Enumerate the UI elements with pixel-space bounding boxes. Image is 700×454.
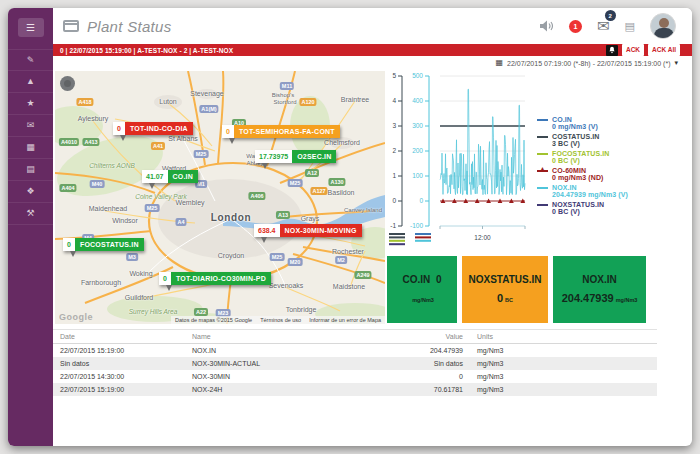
- map-terms-link[interactable]: Términos de uso: [260, 317, 301, 323]
- bc-axis-series-toggle[interactable]: [389, 233, 405, 245]
- sidebar-item-dashboards[interactable]: ▦: [8, 137, 53, 159]
- left-axis-label: 4: [392, 97, 396, 104]
- left-axis-label: 2: [392, 147, 396, 154]
- left-axis-label: 3: [392, 122, 396, 129]
- menu-icon[interactable]: ☰: [18, 18, 44, 37]
- legend-swatch: [537, 204, 548, 206]
- sidebar-item-tags[interactable]: ❖: [8, 181, 53, 203]
- legend-value: 0 BC (V): [552, 208, 692, 215]
- legend-value: 0 mg/Nm3 (V): [552, 123, 692, 130]
- cell-name: NOX.IN: [185, 344, 360, 357]
- alarm-bar: 0 | 22/07/2015 15:19:00 | A-TEST-NOX - 2…: [53, 44, 692, 56]
- card-title: NOXSTATUS.IN: [469, 274, 542, 285]
- status-card-noxstatus.in[interactable]: NOXSTATUS.IN0BC: [462, 256, 548, 323]
- window-icon: [63, 20, 79, 32]
- speaker-icon[interactable]: [540, 20, 554, 32]
- legend-item-costatus.in[interactable]: COSTATUS.IN3 BC (V): [537, 133, 692, 147]
- marker-label: FOCOSTATUS.IN: [75, 238, 144, 251]
- map-marker-co.in[interactable]: 41.07CO.IN: [142, 170, 198, 183]
- left-axis-label: -1: [390, 222, 396, 229]
- map-markers: 0TOT-IND-CO-DIA0TOT-SEMIHORAS-FA-CONT17.…: [55, 71, 385, 324]
- ack-all-button[interactable]: ACK All: [648, 44, 680, 55]
- cell-name: NOX-24H: [185, 383, 360, 396]
- messages-icon: ✉: [27, 121, 35, 130]
- cell-value: Sin datos: [360, 357, 470, 370]
- card-value-line: mg/Nm3: [410, 288, 434, 306]
- marker-value: 0: [63, 238, 75, 251]
- card-value-line: 204.47939mg/Nm3: [562, 288, 638, 306]
- card-units: BC: [505, 297, 513, 303]
- legend-item-focostatus.in[interactable]: FOCOSTATUS.IN0 BC (V): [537, 150, 692, 164]
- map-marker-tot-diario-co30min-pd[interactable]: 0TOT-DIARIO-CO30MIN-PD: [159, 272, 271, 285]
- map-marker-focostatus.in[interactable]: 0FOCOSTATUS.IN: [63, 238, 144, 251]
- alarm-count-badge[interactable]: 1: [569, 20, 582, 33]
- sidebar-item-annotate[interactable]: ✎: [8, 49, 53, 71]
- map-marker-tot-ind-co-dia[interactable]: 0TOT-IND-CO-DIA: [113, 122, 193, 135]
- legend-value: 0 BC (V): [552, 157, 692, 164]
- mg-axis-label: 300: [412, 122, 423, 129]
- map-report-link[interactable]: Informar de un error de Mapa: [309, 317, 381, 323]
- table-row: 22/07/2015 14:30:00NOX-30MIN0mg/Nm3: [53, 370, 657, 383]
- card-title: CO.IN 0: [403, 274, 442, 285]
- map-watermark: Google: [59, 312, 93, 322]
- card-title: NOX.IN: [582, 274, 616, 285]
- sidebar-item-alarms[interactable]: ▲: [8, 71, 53, 93]
- col-header-value: Value: [360, 330, 470, 343]
- mg-axis-series-toggle[interactable]: [415, 233, 431, 242]
- table-row: 22/07/2015 15:19:00NOX-24H70.61781mg/Nm3: [53, 383, 657, 396]
- user-avatar[interactable]: [650, 13, 676, 39]
- legend-name: COSTATUS.IN: [552, 133, 600, 140]
- date-range-text: 22/07/2015 07:19:00 (*-8h) - 22/07/2015 …: [507, 60, 670, 67]
- app-window: ☰ ✎▲★✉▦▤❖⚒ Plant Status 1 ✉ 2 ▤ 0 | 2: [8, 8, 692, 446]
- legend-item-noxstatus.in[interactable]: NOXSTATUS.IN0 BC (V): [537, 201, 692, 215]
- trend-chart[interactable]: 543210-15004003002001000-10012:00: [385, 70, 537, 260]
- legend-name: NOX.IN: [552, 184, 577, 191]
- sidebar-item-tools[interactable]: ⚒: [8, 203, 53, 225]
- triangle-marker-icon: ▲: [540, 166, 545, 171]
- sidebar: ☰ ✎▲★✉▦▤❖⚒: [8, 8, 53, 446]
- map-marker-nox-30min-moving[interactable]: 638.4NOX-30MIN-MOVING: [254, 224, 362, 237]
- cell-date: 22/07/2015 14:30:00: [53, 370, 185, 383]
- map-marker-o2sec.in[interactable]: 17.73975O2SEC.IN: [255, 150, 336, 163]
- bell-icon: [608, 46, 616, 54]
- table-header-row: DateNameValueUnits: [53, 330, 657, 344]
- card-value: 0: [497, 292, 503, 304]
- map-locate-control[interactable]: [60, 76, 75, 91]
- mg-axis-label: 400: [412, 97, 423, 104]
- marker-label: TOT-SEMIHORAS-FA-CONT: [234, 125, 340, 138]
- marker-value: 0: [159, 272, 171, 285]
- table-row: Sin datosNOX-30MIN-ACTUALSin datosmg/Nm3: [53, 357, 657, 370]
- alarms-icon: ▲: [26, 77, 35, 86]
- sidebar-item-messages[interactable]: ✉: [8, 115, 53, 137]
- sidebar-item-reports[interactable]: ▤: [8, 159, 53, 181]
- messages-button[interactable]: ✉ 2: [597, 17, 610, 35]
- cell-value: 0: [360, 370, 470, 383]
- map-marker-tot-semihoras-fa-cont[interactable]: 0TOT-SEMIHORAS-FA-CONT: [222, 125, 340, 138]
- marker-value: 17.73975: [255, 150, 292, 163]
- cell-units: mg/Nm3: [470, 357, 657, 370]
- status-card-nox.in[interactable]: NOX.IN204.47939mg/Nm3: [553, 256, 646, 323]
- values-table: DateNameValueUnits22/07/2015 15:19:00NOX…: [53, 329, 657, 396]
- sidebar-item-favorites[interactable]: ★: [8, 93, 53, 115]
- status-cards: CO.IN 0mg/Nm3NOXSTATUS.IN0BCNOX.IN204.47…: [387, 256, 646, 323]
- calendar-icon: ▦: [495, 59, 503, 67]
- marker-label: O2SEC.IN: [292, 150, 336, 163]
- list-icon[interactable]: ▤: [625, 21, 635, 32]
- page-title: Plant Status: [87, 18, 171, 35]
- table-row: 22/07/2015 15:19:00NOX.IN204.47939mg/Nm3: [53, 344, 657, 357]
- legend-item-nox.in[interactable]: NOX.IN204.47939 mg/Nm3 (V): [537, 184, 692, 198]
- legend-item-co.in[interactable]: CO.IN0 mg/Nm3 (V): [537, 116, 692, 130]
- app-header: Plant Status 1 ✉ 2 ▤: [53, 8, 692, 44]
- ack-button[interactable]: ACK: [622, 44, 644, 55]
- legend-swatch: [537, 119, 548, 121]
- alarm-bell-button[interactable]: [606, 45, 618, 56]
- legend-value: 0 mg/Nm3 (ND): [552, 174, 692, 181]
- legend-item-co-60min[interactable]: ▲CO-60MIN0 mg/Nm3 (ND): [537, 167, 692, 181]
- mg-axis-label: -100: [410, 222, 423, 229]
- status-card-co.in[interactable]: CO.IN 0mg/Nm3: [387, 256, 457, 323]
- date-range-picker[interactable]: ▦ 22/07/2015 07:19:00 (*-8h) - 22/07/201…: [53, 56, 692, 70]
- legend-swatch: ▲: [537, 170, 548, 172]
- cell-units: mg/Nm3: [470, 344, 657, 357]
- plant-map[interactable]: StevenageLutonBishop'sStortfordBraintree…: [55, 71, 385, 324]
- marker-value: 0: [113, 122, 125, 135]
